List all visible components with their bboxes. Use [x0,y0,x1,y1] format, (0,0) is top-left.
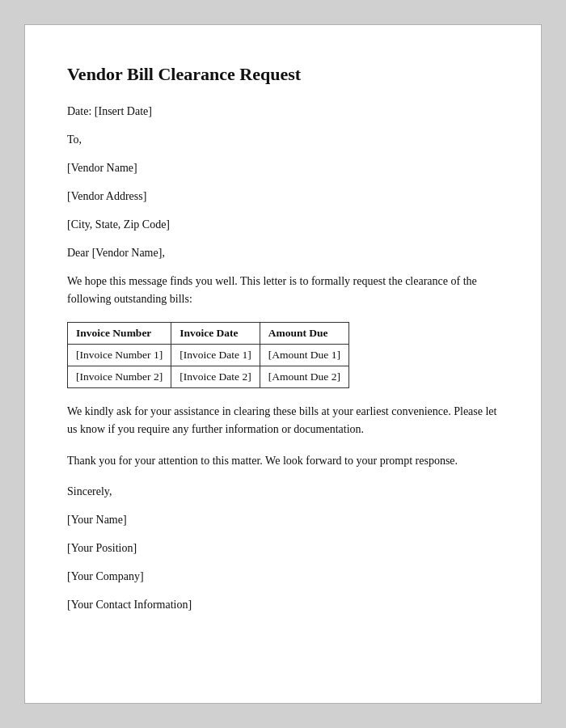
document-title: Vendor Bill Clearance Request [67,64,499,85]
city-state-zip: [City, State, Zip Code] [67,216,499,233]
body-paragraph-1: We hope this message finds you well. Thi… [67,273,499,309]
col-header-invoice-number: Invoice Number [68,322,171,344]
sincerely-label: Sincerely, [67,483,499,500]
dear-line: Dear [Vendor Name], [67,244,499,261]
vendor-address: [Vendor Address] [67,188,499,205]
your-company: [Your Company] [67,568,499,585]
col-header-invoice-date: Invoice Date [171,322,260,344]
table-header-row: Invoice Number Invoice Date Amount Due [68,322,349,344]
table-cell: [Amount Due 2] [260,366,348,387]
invoice-table: Invoice Number Invoice Date Amount Due [… [67,322,349,388]
table-row: [Invoice Number 2][Invoice Date 2][Amoun… [68,366,349,387]
your-name: [Your Name] [67,511,499,528]
table-row: [Invoice Number 1][Invoice Date 1][Amoun… [68,344,349,366]
body-paragraph-2: We kindly ask for your assistance in cle… [67,403,499,439]
table-cell: [Amount Due 1] [260,344,348,366]
date-field: Date: [Insert Date] [67,103,499,120]
body-paragraph-3: Thank you for your attention to this mat… [67,452,499,470]
table-cell: [Invoice Number 1] [68,344,171,366]
table-cell: [Invoice Date 2] [171,366,260,387]
document-container: Vendor Bill Clearance Request Date: [Ins… [24,24,542,704]
your-contact: [Your Contact Information] [67,596,499,613]
to-label: To, [67,131,499,148]
table-cell: [Invoice Date 1] [171,344,260,366]
vendor-name: [Vendor Name] [67,159,499,176]
table-cell: [Invoice Number 2] [68,366,171,387]
col-header-amount-due: Amount Due [260,322,348,344]
your-position: [Your Position] [67,540,499,557]
